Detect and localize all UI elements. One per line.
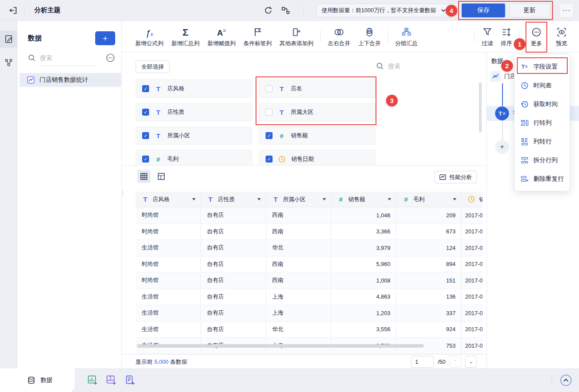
add-data-button[interactable]: +	[95, 31, 115, 45]
search-icon	[28, 54, 36, 62]
text-type-icon: T	[278, 109, 285, 116]
column-dropdown-icon[interactable]	[192, 198, 196, 200]
column-dropdown-icon[interactable]	[453, 198, 456, 200]
exit-icon[interactable]	[8, 5, 18, 16]
number-type-icon: #	[155, 156, 162, 163]
data-grid: T店风格 T店性质 T所属小区 #销售额 #毛利 销售日期 时尚馆自有店西南1,…	[136, 192, 482, 354]
tool-add-column-other-table[interactable]: 其他表添加列	[276, 26, 317, 47]
checkbox-unchecked[interactable]	[266, 109, 273, 116]
tool-condition-tag-column[interactable]: 条件标签列	[240, 26, 276, 47]
toolbar-divider	[388, 30, 388, 43]
add-step-button[interactable]: +	[495, 140, 509, 154]
field-item[interactable]: T所属大区	[259, 103, 376, 121]
checkbox-checked[interactable]: ✓	[142, 109, 149, 116]
field-item[interactable]: T店名	[259, 80, 376, 98]
panel-resize-handle[interactable]: •••	[299, 158, 309, 164]
layout-view-button[interactable]	[155, 170, 168, 183]
column-header[interactable]: 销售日期	[462, 192, 482, 207]
fields-search-input[interactable]	[388, 63, 449, 70]
tool-join-top-bottom[interactable]: 上下合并	[354, 26, 385, 47]
tool-filter[interactable]: 过滤	[478, 26, 497, 47]
sidebar-resize-handle[interactable]: ⋮	[120, 192, 126, 195]
field-item[interactable]: ✓ 销售日期	[259, 150, 376, 165]
checkbox-checked[interactable]: ✓	[142, 85, 149, 92]
tool-more[interactable]: 更多 1	[527, 26, 546, 47]
column-dropdown-icon[interactable]	[323, 198, 326, 200]
menu-item-remove-duplicates[interactable]: 删除重复行	[515, 169, 569, 188]
fields-scrollbar[interactable]	[479, 83, 482, 133]
dataset-item[interactable]: 门店销售数据统计	[20, 73, 122, 87]
tool-sort[interactable]: 排序	[497, 26, 516, 47]
assign-icon: A=	[217, 26, 226, 37]
rows-to-columns-icon	[521, 119, 529, 127]
rail-edit-icon[interactable]	[0, 30, 17, 48]
table-row: 时尚馆自有店西南5,9608942017-0	[136, 256, 482, 273]
field-item[interactable]: ✓T店性质	[136, 103, 252, 121]
column-header[interactable]: #销售额	[331, 192, 396, 207]
tool-join-left-right[interactable]: 左右合并	[324, 26, 354, 47]
sidebar-more-icon[interactable]	[106, 53, 115, 63]
fields-search[interactable]	[376, 62, 449, 70]
add-component-icon[interactable]	[87, 375, 98, 386]
menu-item-get-time[interactable]: 获取时间	[515, 95, 569, 113]
column-header[interactable]: T所属小区	[266, 192, 331, 207]
page-up-button[interactable]: ⌃	[449, 356, 461, 368]
toolbar-divider	[320, 30, 321, 43]
select-all-button[interactable]: 全部选择	[136, 60, 170, 73]
grid-view-button[interactable]	[137, 170, 150, 183]
topbar-more-button[interactable]: ···	[559, 3, 574, 18]
refresh-icon[interactable]	[263, 5, 274, 16]
lineage-icon[interactable]	[280, 5, 291, 16]
field-item[interactable]: ✓#销售额	[259, 126, 376, 145]
field-item[interactable]: ✓#毛利	[136, 150, 252, 165]
column-dropdown-icon[interactable]	[388, 198, 391, 200]
checkbox-checked[interactable]: ✓	[142, 156, 149, 163]
table-row: 时尚馆自有店西南1,0462092017-0	[136, 207, 482, 224]
add-dashboard-icon[interactable]	[106, 375, 117, 386]
tool-new-summary-column[interactable]: Σ 新增汇总列	[167, 26, 203, 47]
collapse-icon[interactable]	[560, 374, 572, 386]
annotation-badge-1: 1	[514, 38, 526, 50]
column-dropdown-icon[interactable]	[257, 198, 261, 200]
dataset-icon	[27, 76, 35, 84]
add-report-icon[interactable]	[124, 375, 136, 386]
update-button[interactable]: 更新	[509, 3, 549, 17]
sort-icon	[501, 26, 512, 37]
table-row: 生活馆自有店华北3,5569242017-0	[136, 322, 482, 338]
tabbar-topline	[75, 369, 579, 369]
horizontal-scrollbar[interactable]	[137, 344, 424, 348]
page-down-button[interactable]: ⌄	[465, 356, 477, 368]
menu-item-time-diff[interactable]: 时间差	[515, 76, 569, 95]
toolbar: ƒx 新增公式列 Σ 新增汇总列 A= 新增赋值列 条件标签列 其他表添加列	[122, 21, 579, 53]
tool-group-summary[interactable]: 分组汇总	[391, 26, 422, 47]
field-item[interactable]: ✓T所属小区	[136, 126, 252, 145]
field-item[interactable]: ✓T店风格	[136, 80, 252, 98]
page-input[interactable]	[411, 356, 434, 368]
column-header[interactable]: #毛利	[396, 192, 462, 207]
save-button[interactable]: 保存	[462, 3, 505, 17]
annotation-badge-4: 4	[446, 5, 457, 17]
menu-item-columns-to-rows[interactable]: 列转行	[515, 132, 569, 151]
menu-item-split-rows-columns[interactable]: 拆分行列	[515, 151, 569, 169]
data-limit-select[interactable]: 使用数据量：前1000万行，暂不支持全量数据	[316, 3, 452, 17]
checkbox-checked[interactable]: ✓	[142, 132, 149, 139]
sidebar-search[interactable]	[28, 53, 115, 66]
checkbox-unchecked[interactable]	[266, 85, 273, 92]
column-header[interactable]: T店性质	[201, 192, 266, 207]
tab-data[interactable]: 数据	[0, 369, 75, 392]
row-count-value: 5,000	[154, 359, 169, 365]
clock-icon	[521, 82, 529, 90]
checkbox-checked[interactable]: ✓	[266, 156, 273, 163]
menu-item-field-settings[interactable]: T⚙ 字段设置	[515, 57, 569, 76]
rail-flow-icon[interactable]	[0, 54, 17, 71]
topbar-right: 使用数据量：前1000万行，暂不支持全量数据 4 保存 更新 ···	[263, 0, 574, 21]
performance-analysis-button[interactable]: 性能分析	[434, 171, 477, 183]
tool-new-formula-column[interactable]: ƒx 新增公式列	[131, 26, 167, 47]
checkbox-checked[interactable]: ✓	[266, 132, 273, 139]
column-header[interactable]: T店风格	[136, 192, 201, 207]
sidebar-search-input[interactable]	[40, 54, 92, 61]
tool-new-assign-column[interactable]: A= 新增赋值列	[203, 26, 240, 47]
sidebar-title: 数据	[28, 34, 42, 43]
menu-item-rows-to-columns[interactable]: 行转列	[515, 113, 569, 132]
tool-preview[interactable]: 预览	[552, 26, 571, 47]
